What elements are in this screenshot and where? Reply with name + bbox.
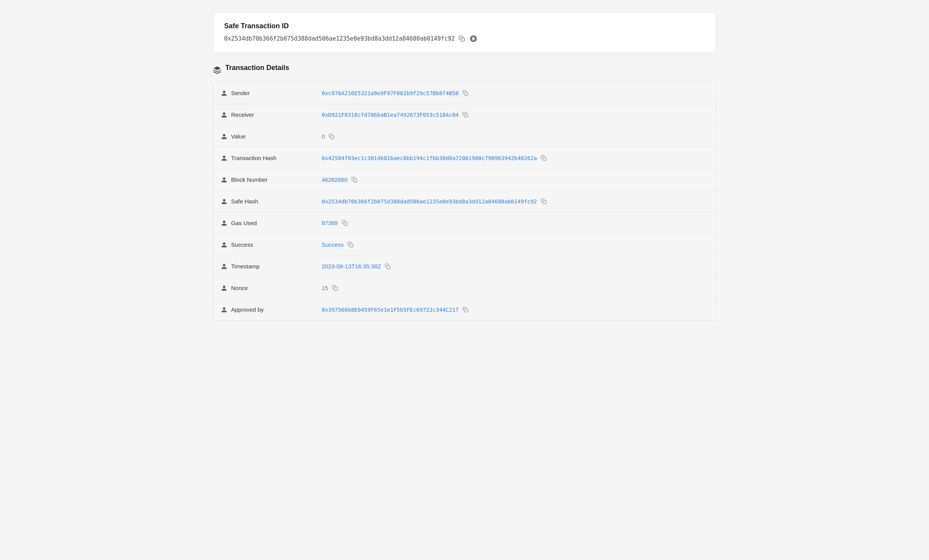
- detail-label-text-receiver: Receiver: [231, 111, 254, 118]
- copy-button-gas-used[interactable]: [341, 219, 348, 227]
- detail-value-text-approved-by[interactable]: 0x397566b8E0459F65e1e1F5b5FEc69722c344C2…: [322, 307, 459, 313]
- copy-button-success[interactable]: [347, 241, 354, 248]
- svg-rect-0: [461, 38, 464, 41]
- person-icon-approved-by: [221, 307, 227, 313]
- detail-value-text-success: Success: [322, 241, 344, 248]
- detail-value-safe-hash: 0x2534db70b366f2b075d388dad506ae1235e0e9…: [314, 191, 716, 212]
- detail-label-gas-used: Gas Used: [213, 213, 314, 233]
- copy-button-nonce[interactable]: [331, 284, 339, 292]
- page-container: Safe Transaction ID 0x2534db70b366f2b075…: [197, 0, 732, 333]
- safe-tx-title: Safe Transaction ID: [224, 22, 705, 30]
- detail-value-success: Success: [314, 234, 716, 255]
- detail-value-text-block-number: 46262660: [322, 176, 348, 183]
- person-icon-block-number: [221, 177, 227, 183]
- copy-button-approved-by[interactable]: [462, 306, 469, 313]
- detail-value-text-sender[interactable]: 0xc976A216E5321a9e9F97F082b9f29c57Bb8f4B…: [322, 90, 459, 96]
- detail-label-sender: Sender: [213, 83, 314, 103]
- detail-label-text-nonce: Nonce: [231, 285, 248, 291]
- detail-row-safe-hash: Safe Hash0x2534db70b366f2b075d388dad506a…: [213, 191, 716, 212]
- svg-rect-12: [350, 244, 353, 247]
- detail-value-text-nonce: 15: [322, 285, 328, 291]
- svg-rect-5: [465, 92, 468, 96]
- detail-label-text-success: Success: [231, 241, 253, 248]
- svg-rect-7: [331, 136, 334, 139]
- detail-label-transaction-hash: Transaction Hash: [213, 148, 314, 168]
- person-icon-sender: [221, 90, 227, 96]
- detail-value-value: 0: [314, 126, 716, 147]
- svg-rect-9: [353, 179, 357, 182]
- person-icon-receiver: [221, 112, 227, 118]
- svg-rect-13: [387, 266, 390, 269]
- safe-tx-external-link-button[interactable]: [469, 34, 478, 43]
- copy-button-safe-hash[interactable]: [540, 198, 547, 205]
- person-icon-transaction-hash: [221, 155, 227, 161]
- safe-tx-id-section: Safe Transaction ID 0x2534db70b366f2b075…: [213, 12, 716, 53]
- detail-label-text-block-number: Block Number: [231, 176, 267, 183]
- detail-row-receiver: Receiver0xD921F8318cfd786baB1ea7492673F0…: [213, 104, 716, 126]
- detail-value-nonce: 15: [314, 277, 716, 299]
- transaction-details-title: Transaction Details: [225, 64, 289, 72]
- svg-rect-11: [344, 222, 347, 225]
- copy-button-sender[interactable]: [462, 89, 469, 97]
- detail-label-text-timestamp: Timestamp: [231, 263, 260, 270]
- svg-rect-14: [334, 287, 337, 290]
- copy-button-receiver[interactable]: [462, 111, 469, 118]
- safe-tx-copy-button[interactable]: [458, 35, 466, 43]
- detail-row-gas-used: Gas Used87389: [213, 212, 716, 234]
- svg-rect-10: [543, 201, 546, 204]
- copy-button-timestamp[interactable]: [384, 263, 391, 270]
- detail-label-text-safe-hash: Safe Hash: [231, 198, 258, 205]
- detail-label-text-transaction-hash: Transaction Hash: [231, 155, 276, 161]
- detail-label-text-value: Value: [231, 133, 245, 140]
- detail-value-sender: 0xc976A216E5321a9e9F97F082b9f29c57Bb8f4B…: [314, 82, 716, 104]
- person-icon-timestamp: [221, 263, 227, 270]
- svg-rect-6: [465, 114, 468, 117]
- detail-label-nonce: Nonce: [213, 278, 314, 298]
- person-icon-value: [221, 133, 227, 140]
- detail-label-timestamp: Timestamp: [213, 256, 314, 277]
- copy-button-block-number[interactable]: [351, 176, 358, 183]
- safe-tx-id-row: 0x2534db70b366f2b075d388dad506ae1235e0e9…: [224, 34, 705, 43]
- transaction-details-section: Transaction Details Sender0xc976A216E532…: [213, 64, 716, 321]
- detail-row-nonce: Nonce15: [213, 277, 716, 299]
- detail-value-receiver: 0xD921F8318cfd786baB1ea7492673F053c518Ac…: [314, 104, 716, 125]
- copy-button-value[interactable]: [328, 133, 335, 140]
- transaction-details-icon: [213, 66, 221, 74]
- detail-value-gas-used: 87389: [314, 212, 716, 234]
- transaction-details-table: Sender0xc976A216E5321a9e9F97F082b9f29c57…: [213, 82, 716, 321]
- detail-value-text-safe-hash[interactable]: 0x2534db70b366f2b075d388dad506ae1235e0e9…: [322, 198, 537, 205]
- svg-rect-15: [465, 309, 468, 312]
- detail-value-block-number: 46262660: [314, 169, 716, 190]
- copy-button-transaction-hash[interactable]: [540, 154, 547, 162]
- detail-row-sender: Sender0xc976A216E5321a9e9F97F082b9f29c57…: [213, 82, 716, 104]
- detail-label-value: Value: [213, 126, 314, 147]
- transaction-details-header: Transaction Details: [213, 64, 716, 76]
- detail-value-text-value: 0: [322, 133, 325, 140]
- detail-row-timestamp: Timestamp2023-08-13T16:35:38Z: [213, 256, 716, 277]
- detail-row-block-number: Block Number46262660: [213, 169, 716, 191]
- detail-value-text-gas-used: 87389: [322, 220, 338, 226]
- detail-label-text-approved-by: Approved by: [231, 306, 264, 313]
- detail-value-text-timestamp: 2023-08-13T16:35:38Z: [322, 263, 381, 270]
- detail-label-block-number: Block Number: [213, 169, 314, 190]
- detail-label-success: Success: [213, 234, 314, 255]
- svg-rect-8: [543, 157, 546, 160]
- detail-value-transaction-hash: 0x42584f03ec1c3014b81baec8bb194c1fbb30d0…: [314, 147, 716, 169]
- person-icon-safe-hash: [221, 198, 227, 205]
- detail-value-timestamp: 2023-08-13T16:35:38Z: [314, 256, 716, 277]
- detail-row-transaction-hash: Transaction Hash0x42584f03ec1c3014b81bae…: [213, 147, 716, 169]
- person-icon-success: [221, 242, 227, 248]
- detail-row-value: Value0: [213, 126, 716, 147]
- detail-row-approved-by: Approved by0x397566b8E0459F65e1e1F5b5FEc…: [213, 299, 716, 320]
- detail-row-success: SuccessSuccess: [213, 234, 716, 256]
- detail-value-text-transaction-hash[interactable]: 0x42584f03ec1c3014b81baec8bb194c1fbb30d0…: [322, 155, 537, 161]
- detail-label-text-sender: Sender: [231, 90, 250, 96]
- detail-label-receiver: Receiver: [213, 104, 314, 125]
- safe-tx-id-value: 0x2534db70b366f2b075d388dad506ae1235e0e9…: [224, 35, 455, 42]
- detail-value-approved-by: 0x397566b8E0459F65e1e1F5b5FEc69722c344C2…: [314, 299, 716, 320]
- detail-value-text-receiver[interactable]: 0xD921F8318cfd786baB1ea7492673F053c518Ac…: [322, 112, 459, 118]
- detail-label-text-gas-used: Gas Used: [231, 220, 257, 226]
- person-icon-nonce: [221, 285, 227, 291]
- person-icon-gas-used: [221, 220, 227, 226]
- detail-label-approved-by: Approved by: [213, 299, 314, 320]
